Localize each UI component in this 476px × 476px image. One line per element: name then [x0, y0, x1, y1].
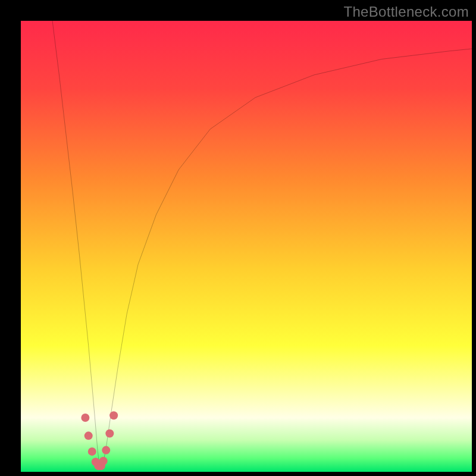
chart-frame: TheBottleneck.com — [0, 0, 476, 476]
marker-dot — [88, 447, 96, 456]
watermark-text: TheBottleneck.com — [343, 4, 469, 20]
marker-dot — [81, 414, 89, 422]
marker-dot — [84, 431, 93, 440]
curves-layer — [21, 21, 472, 472]
curve-left-branch — [52, 21, 99, 465]
marker-dot — [105, 430, 114, 438]
curve-right-branch — [103, 49, 472, 465]
marker-dot — [99, 457, 108, 465]
plot-area — [21, 21, 472, 472]
marker-dot — [102, 446, 110, 455]
marker-dot — [109, 411, 118, 419]
